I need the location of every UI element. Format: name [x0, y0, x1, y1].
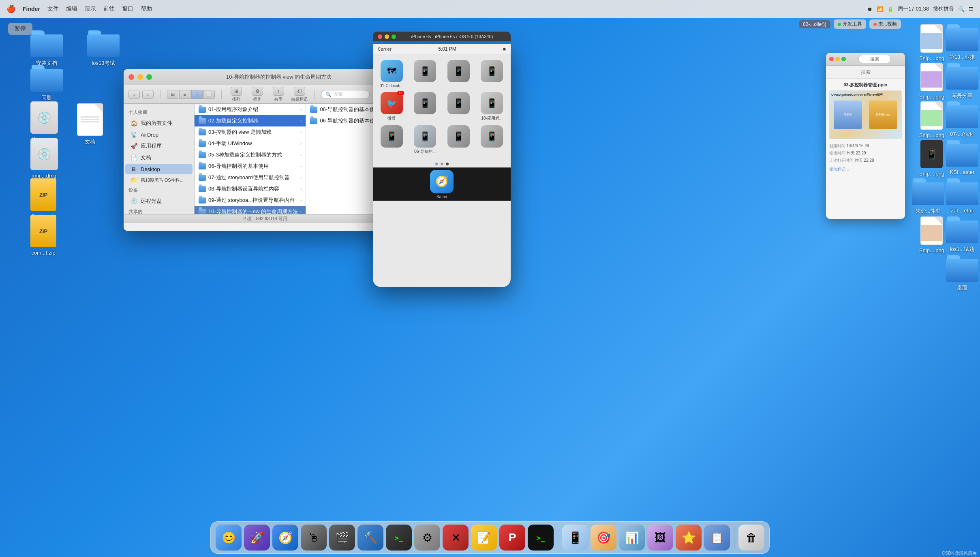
desktop-icon-questions[interactable]: 问题: [30, 65, 63, 101]
dock-finder[interactable]: 😊: [216, 525, 242, 551]
menu-file[interactable]: 文件: [47, 5, 59, 13]
dock-xcode[interactable]: 🔨: [357, 525, 383, 551]
finder-search-box[interactable]: 🔍 搜索: [321, 90, 370, 99]
apple-menu[interactable]: 🍎: [6, 4, 15, 13]
desktop-icon-zjl[interactable]: ZJL...etail: [946, 178, 978, 215]
col1-item-8[interactable]: 08-导航控制器设置导航栏内容 ›: [195, 183, 306, 195]
sidebar-item-applications[interactable]: 🚀 应用程序: [125, 140, 193, 152]
dock-safari-app[interactable]: 🧭 Safari: [430, 170, 454, 199]
sim-close[interactable]: [378, 34, 382, 39]
column-view-btn[interactable]: ⋮: [191, 90, 203, 99]
desktop-icon-snip1[interactable]: Snip....png: [919, 24, 944, 61]
desktop-icon-desktop[interactable]: 桌面: [946, 255, 978, 291]
desktop-icon-ios13[interactable]: ios13考试: [87, 30, 120, 67]
iphone-app-7[interactable]: 📱: [444, 92, 473, 121]
sidebar-item-all-files[interactable]: 🏠 我的所有文件: [125, 118, 193, 129]
list-view-btn[interactable]: ≡: [179, 90, 190, 99]
iphone-app-2[interactable]: 📱: [411, 60, 440, 88]
menu-go[interactable]: 前往: [103, 5, 115, 13]
dock-safari[interactable]: 🧭: [272, 525, 298, 551]
forward-button[interactable]: ›: [142, 90, 154, 99]
menu-finder[interactable]: Finder: [23, 6, 40, 12]
sidebar-item-airdrop[interactable]: 📡 AirDrop: [125, 129, 193, 140]
dock-app6[interactable]: 📋: [704, 525, 730, 551]
desktop-icon-optim[interactable]: 07-...(优化: [946, 101, 978, 138]
controller-badge[interactable]: 02-...oller)): [799, 20, 830, 28]
desktop-icon-ksi[interactable]: KSI...aster: [946, 140, 978, 177]
dock-notes[interactable]: 📝: [471, 525, 497, 551]
col1-item-7[interactable]: 07-通过 storyboard使用导航控制器 ›: [195, 172, 306, 183]
col1-item-10[interactable]: 10-导航控制器的—ew 的生命周期方法 ›: [195, 206, 306, 214]
input-method[interactable]: 搜狗拼音: [933, 5, 954, 13]
preview-search-box[interactable]: 搜索: [858, 55, 891, 63]
col1-item-2[interactable]: 02-加载自定义控制器 ›: [195, 115, 306, 126]
desktop-icon-zip2[interactable]: ZIP com...t.zip: [30, 215, 56, 256]
desktop-icon-snip3[interactable]: Snip....png: [919, 101, 944, 138]
pause-button[interactable]: 暂停: [8, 23, 32, 35]
control-center-icon[interactable]: ☰: [969, 6, 974, 12]
desktop-icon-xmi-dmg[interactable]: 💿 xmi....dmg: [30, 138, 58, 179]
close-button[interactable]: [128, 74, 134, 80]
iphone-app-maps[interactable]: 🗺 01-CLlocati...: [377, 60, 407, 88]
dock-terminal[interactable]: >_: [386, 525, 412, 551]
menu-view[interactable]: 显示: [85, 5, 96, 13]
desktop-icon-zip1[interactable]: ZIP Cod...s.zip: [30, 178, 56, 219]
search-icon[interactable]: 🔍: [958, 6, 965, 12]
dock-term2[interactable]: >_: [528, 525, 554, 551]
preview-close[interactable]: [829, 57, 834, 61]
preview-max[interactable]: [841, 57, 846, 61]
dock-mouse[interactable]: 🖱: [301, 525, 327, 551]
icon-view-btn[interactable]: ⊞: [167, 90, 178, 99]
tag-action[interactable]: 🏷 编辑标记: [291, 87, 308, 102]
share-action[interactable]: ↑ 共享: [270, 87, 287, 102]
desktop-icon-zhum[interactable]: 朱命...件夹: [912, 178, 944, 215]
desktop-icon-cardan[interactable]: 车丹分享: [946, 63, 978, 100]
sim-min[interactable]: [385, 34, 389, 39]
col1-item-9[interactable]: 09-通过 storyboa...控设置导航栏内容 ›: [195, 195, 306, 206]
sidebar-item-desktop[interactable]: 🖥 Desktop: [125, 164, 193, 174]
iphone-app-6[interactable]: 📱: [411, 92, 440, 121]
desktop-icon-snip2[interactable]: Snip....png: [919, 63, 944, 100]
col1-item-5[interactable]: 05-3种加载自定义控制器的方式 ›: [195, 149, 306, 161]
menu-window[interactable]: 窗口: [122, 5, 133, 13]
dock-xmind[interactable]: ✕: [443, 525, 469, 551]
coverflow-view-btn[interactable]: ⬜: [203, 90, 215, 99]
iphone-app-12[interactable]: 📱: [477, 125, 507, 154]
back-button[interactable]: ‹: [128, 90, 140, 99]
desktop-icon-doc[interactable]: 文稿: [77, 103, 103, 146]
dock-app5[interactable]: ⭐: [676, 525, 702, 551]
dock-ppt[interactable]: P: [499, 525, 525, 551]
sidebar-item-13th[interactable]: 📁 第13期黑马iOS学科...: [125, 175, 193, 185]
iphone-app-weibo[interactable]: 🐦 10 微博: [377, 92, 407, 121]
desktop-icon-13th-folder[interactable]: 第13...业推: [946, 24, 978, 61]
dock-app1[interactable]: 📱: [562, 525, 588, 551]
iphone-app-app10[interactable]: 📱 10-应用程...: [477, 92, 507, 121]
dock-app3[interactable]: 📊: [619, 525, 645, 551]
iphone-app-9[interactable]: 📱: [377, 125, 407, 154]
sidebar-item-remote-disk[interactable]: 💿 远程光盘: [125, 195, 193, 207]
desktop-icon-ios1[interactable]: ios1...试题: [946, 216, 978, 253]
dock-app2[interactable]: 🎯: [591, 525, 616, 551]
col1-item-6[interactable]: 06-导航控制器的基本使用 ›: [195, 161, 306, 172]
iphone-app-nav[interactable]: 📱 06-导航控...: [411, 125, 440, 154]
operate-action[interactable]: ⚙ 操作: [249, 87, 265, 102]
add-tag-link[interactable]: 添加标记...: [829, 166, 902, 173]
dock-settings[interactable]: ⚙: [414, 525, 440, 551]
preview-min[interactable]: [835, 57, 840, 61]
iphone-app-3[interactable]: 📱: [444, 60, 473, 88]
maximize-button[interactable]: [146, 74, 152, 80]
dock-trash[interactable]: 🗑: [738, 525, 764, 551]
col1-item-3[interactable]: 03-控制器的 view 是懒加载 ›: [195, 126, 306, 138]
iphone-app-4[interactable]: 📱: [477, 60, 507, 88]
sim-max[interactable]: [392, 34, 396, 39]
dock-dvd[interactable]: 🎬: [329, 525, 355, 551]
dock-launchpad[interactable]: 🚀: [244, 525, 270, 551]
sort-action[interactable]: ⊞ 排列: [228, 87, 244, 102]
col1-item-4[interactable]: 04-手动 UIWindow ›: [195, 138, 306, 149]
sidebar-item-documents[interactable]: 📄 文稿: [125, 152, 193, 163]
menu-edit[interactable]: 编辑: [66, 5, 77, 13]
dock-app4[interactable]: 🖼: [647, 525, 673, 551]
desktop-icon-snip5[interactable]: Snip....png: [919, 216, 944, 253]
col1-item-1[interactable]: 01-应用程序对象介绍 ›: [195, 104, 306, 115]
menu-help[interactable]: 帮助: [141, 5, 152, 13]
